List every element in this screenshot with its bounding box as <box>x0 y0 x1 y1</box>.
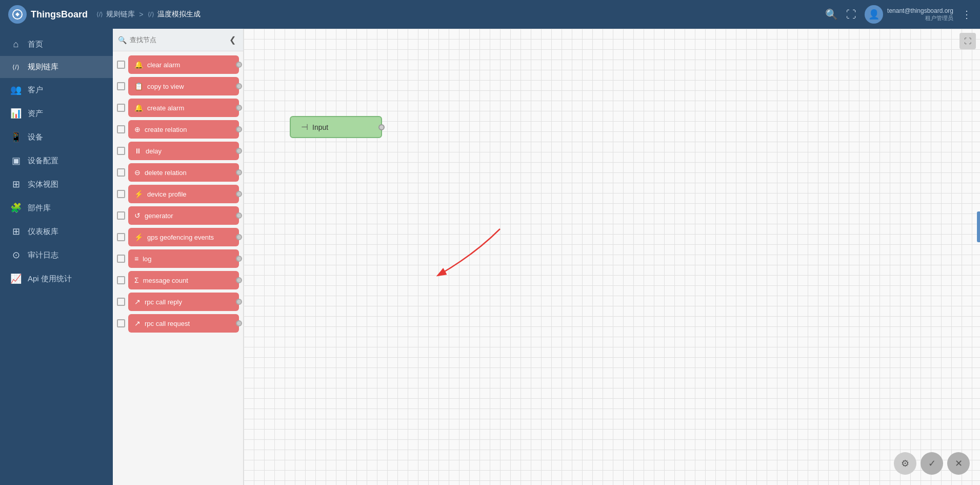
node-button-copy-to-view[interactable]: 📋 copy to view <box>128 77 239 95</box>
user-text: tenant@thingsboard.org 租户管理员 <box>887 7 953 22</box>
sidebar-item-devices[interactable]: 📱 设备 <box>0 125 113 149</box>
assets-icon: 📊 <box>10 108 22 119</box>
api-usage-icon: 📈 <box>10 273 22 284</box>
list-item: ⏸ delay <box>117 142 239 160</box>
node-checkbox-log[interactable] <box>117 255 125 263</box>
header: ThingsBoard ⟨/⟩ 规则链库 > ⟨/⟩ 温度模拟生成 🔍 ⛶ 👤 … <box>0 0 980 29</box>
sidebar-item-rule-chain[interactable]: ⟨/⟩ 规则链库 <box>0 56 113 78</box>
sidebar-item-assets[interactable]: 📊 资产 <box>0 102 113 125</box>
connector-right-log <box>236 256 242 262</box>
input-node-port <box>378 124 385 130</box>
node-checkbox-device-profile[interactable] <box>117 190 125 198</box>
node-search-bar: 🔍 ❮ <box>113 29 243 51</box>
sidebar-item-device-config[interactable]: ▣ 设备配置 <box>0 149 113 172</box>
expand-button[interactable]: ⛶ <box>959 33 976 49</box>
right-panel-handle[interactable] <box>977 211 980 242</box>
node-button-gps-geofencing[interactable]: ⚡ gps geofencing events <box>128 228 239 246</box>
sidebar-label-entity-view: 实体视图 <box>28 180 58 189</box>
node-label-message-count: message count <box>143 277 188 284</box>
entity-view-icon: ⊞ <box>10 179 22 190</box>
connector-right-copy-to-view <box>236 83 242 89</box>
node-checkbox-message-count[interactable] <box>117 276 125 284</box>
main-layout: ⌂ 首页 ⟨/⟩ 规则链库 👥 客户 📊 资产 📱 设备 ▣ 设备配置 ⊞ 实体… <box>0 29 980 485</box>
connector-right-gps-geofencing <box>236 234 242 240</box>
node-button-delete-relation[interactable]: ⊖ delete relation <box>128 163 239 182</box>
collapse-button[interactable]: ❮ <box>227 34 238 46</box>
connector-right-clear-alarm <box>236 62 242 68</box>
node-checkbox-create-alarm[interactable] <box>117 104 125 112</box>
settings-icon: ⚙ <box>901 458 909 469</box>
delete-relation-icon: ⊖ <box>134 168 141 177</box>
sidebar-item-dashboards[interactable]: ⊞ 仪表板库 <box>0 220 113 243</box>
breadcrumb-icon-1: ⟨/⟩ <box>96 11 103 18</box>
sidebar: ⌂ 首页 ⟨/⟩ 规则链库 👥 客户 📊 资产 📱 设备 ▣ 设备配置 ⊞ 实体… <box>0 29 113 485</box>
node-button-delay[interactable]: ⏸ delay <box>128 142 239 160</box>
node-label-gps-geofencing: gps geofencing events <box>147 234 214 241</box>
create-alarm-icon: 🔔 <box>134 104 143 112</box>
search-input[interactable] <box>130 36 224 44</box>
node-button-rpc-call-reply[interactable]: ↗ rpc call reply <box>128 293 239 311</box>
canvas[interactable]: ⊣ Input ⛶ ⚙ ✓ <box>244 29 980 485</box>
devices-icon: 📱 <box>10 131 22 143</box>
sidebar-item-home[interactable]: ⌂ 首页 <box>0 33 113 56</box>
node-checkbox-clear-alarm[interactable] <box>117 61 125 69</box>
node-checkbox-rpc-call-reply[interactable] <box>117 298 125 306</box>
user-email: tenant@thingsboard.org <box>887 7 953 14</box>
list-item: ↗ rpc call request <box>117 314 239 333</box>
connector-right-device-profile <box>236 191 242 197</box>
list-item: ⚡ device profile <box>117 185 239 203</box>
node-list: 🔔 clear alarm 📋 copy to view 🔔 <box>113 51 243 485</box>
node-label-generator: generator <box>145 212 173 220</box>
more-button[interactable]: ⋮ <box>962 8 972 21</box>
node-checkbox-generator[interactable] <box>117 211 125 220</box>
message-count-icon: Σ <box>134 276 139 284</box>
breadcrumb-item-2[interactable]: ⟨/⟩ 温度模拟生成 <box>148 10 201 19</box>
sidebar-item-api-usage[interactable]: 📈 Api 使用统计 <box>0 267 113 290</box>
rule-chain-icon: ⟨/⟩ <box>10 64 22 71</box>
node-button-generator[interactable]: ↺ generator <box>128 206 239 225</box>
connector-right-message-count <box>236 277 242 283</box>
node-button-log[interactable]: ≡ log <box>128 249 239 268</box>
sidebar-label-audit-log: 审计日志 <box>28 250 58 260</box>
sidebar-item-entity-view[interactable]: ⊞ 实体视图 <box>0 172 113 196</box>
input-node-icon: ⊣ <box>301 122 308 132</box>
node-button-message-count[interactable]: Σ message count <box>128 271 239 289</box>
close-control-button[interactable]: ✕ <box>947 452 970 475</box>
node-button-create-alarm[interactable]: 🔔 create alarm <box>128 99 239 117</box>
list-item: ≡ log <box>117 249 239 268</box>
node-button-device-profile[interactable]: ⚡ device profile <box>128 185 239 203</box>
device-config-icon: ▣ <box>10 155 22 166</box>
node-label-delay: delay <box>146 147 162 155</box>
expand-icon: ⛶ <box>964 37 971 45</box>
node-button-create-relation[interactable]: ⊕ create relation <box>128 120 239 139</box>
node-checkbox-rpc-call-request[interactable] <box>117 319 125 327</box>
breadcrumb-item-1[interactable]: ⟨/⟩ 规则链库 <box>96 10 135 19</box>
confirm-control-button[interactable]: ✓ <box>921 452 943 475</box>
sidebar-label-device-config: 设备配置 <box>28 156 58 166</box>
generator-icon: ↺ <box>134 211 141 220</box>
user-info[interactable]: 👤 tenant@thingsboard.org 租户管理员 <box>865 5 953 24</box>
rpc-call-reply-icon: ↗ <box>134 298 141 306</box>
node-checkbox-gps-geofencing[interactable] <box>117 233 125 241</box>
dashboards-icon: ⊞ <box>10 226 22 237</box>
sidebar-item-audit-log[interactable]: ⊙ 审计日志 <box>0 243 113 267</box>
breadcrumb-label-1: 规则链库 <box>106 10 135 19</box>
log-icon: ≡ <box>134 255 138 263</box>
node-checkbox-delay[interactable] <box>117 147 125 155</box>
fullscreen-button[interactable]: ⛶ <box>846 9 856 21</box>
sidebar-item-customers[interactable]: 👥 客户 <box>0 78 113 102</box>
settings-control-button[interactable]: ⚙ <box>894 452 916 475</box>
node-panel: 🔍 ❮ 🔔 clear alarm 📋 copy to view <box>113 29 244 485</box>
connector-right-delete-relation <box>236 169 242 176</box>
node-checkbox-delete-relation[interactable] <box>117 168 125 177</box>
rpc-call-request-icon: ↗ <box>134 319 141 327</box>
sidebar-item-widgets[interactable]: 🧩 部件库 <box>0 196 113 220</box>
search-button[interactable]: 🔍 <box>825 8 838 21</box>
node-label-clear-alarm: clear alarm <box>147 61 180 69</box>
node-checkbox-copy-to-view[interactable] <box>117 82 125 90</box>
input-node[interactable]: ⊣ Input <box>290 116 382 138</box>
node-button-rpc-call-request[interactable]: ↗ rpc call request <box>128 314 239 333</box>
delay-icon: ⏸ <box>134 147 142 155</box>
node-button-clear-alarm[interactable]: 🔔 clear alarm <box>128 55 239 74</box>
node-checkbox-create-relation[interactable] <box>117 125 125 133</box>
